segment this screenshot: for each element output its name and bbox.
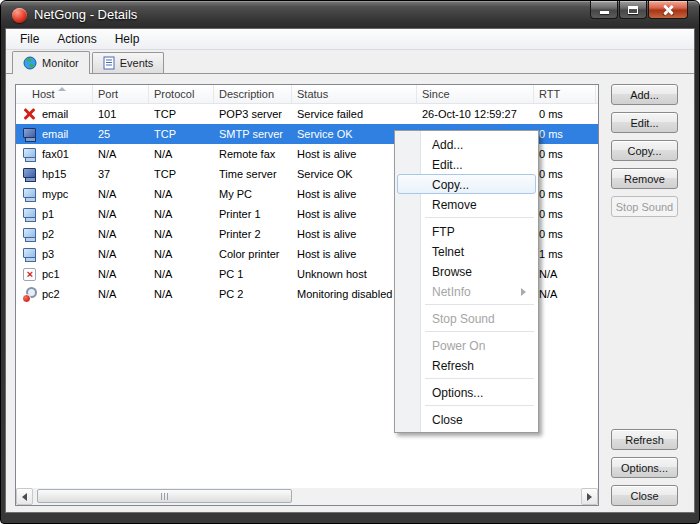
scrollbar-thumb[interactable] — [37, 489, 292, 503]
cell-protocol: N/A — [149, 204, 214, 224]
cell-port: N/A — [93, 284, 149, 304]
window-title: NetGong - Details — [34, 1, 137, 28]
menu-item-close[interactable]: Close — [397, 409, 536, 429]
scroll-left-button[interactable] — [16, 488, 33, 505]
cell-rtt: 0 ms — [534, 144, 596, 164]
cell-host: p3 — [16, 244, 93, 264]
menu-item-telnet[interactable]: Telnet — [397, 241, 536, 261]
cell-protocol: N/A — [149, 144, 214, 164]
cell-rtt: 0 ms — [534, 184, 596, 204]
cell-rtt: 0 ms — [534, 104, 596, 124]
cell-rtt: 0 ms — [534, 224, 596, 244]
cell-rtt: N/A — [534, 264, 596, 284]
tabstrip: Monitor Events — [6, 50, 694, 74]
cell-port: N/A — [93, 204, 149, 224]
menu-file[interactable]: File — [11, 29, 48, 49]
cell-description: Remote fax — [214, 144, 292, 164]
cell-rtt: 0 ms — [534, 164, 596, 184]
host-label: mypc — [42, 184, 68, 204]
column-header-description[interactable]: Description — [214, 85, 292, 103]
remove-button[interactable]: Remove — [611, 168, 678, 189]
menu-item-refresh[interactable]: Refresh — [397, 355, 536, 375]
tab-monitor-label: Monitor — [42, 57, 79, 69]
cell-protocol: N/A — [149, 264, 214, 284]
monitoring-disabled-icon — [22, 287, 37, 301]
close-window-button[interactable] — [648, 1, 688, 19]
options-button[interactable]: Options... — [611, 457, 678, 478]
cell-port: N/A — [93, 144, 149, 164]
tab-monitor[interactable]: Monitor — [12, 51, 90, 74]
client-area: File Actions Help Monitor Events Host Po… — [6, 29, 694, 512]
cell-description: Printer 1 — [214, 204, 292, 224]
cell-host: mypc — [16, 184, 93, 204]
cell-description: Printer 2 — [214, 224, 292, 244]
cell-protocol: TCP — [149, 164, 214, 184]
app-window: NetGong - Details File Actions Help Moni… — [0, 0, 700, 524]
cell-description: PC 2 — [214, 284, 292, 304]
refresh-button[interactable]: Refresh — [611, 429, 678, 450]
edit-button[interactable]: Edit... — [611, 112, 678, 133]
tab-events[interactable]: Events — [92, 52, 165, 73]
netgong-app-icon — [12, 8, 27, 23]
horizontal-scrollbar[interactable] — [16, 488, 598, 505]
network-host-icon — [22, 167, 37, 181]
menu-item-browse[interactable]: Browse — [397, 261, 536, 281]
cell-port: N/A — [93, 224, 149, 244]
menu-item-copy[interactable]: Copy... — [397, 174, 536, 194]
copy-button[interactable]: Copy... — [611, 140, 678, 161]
column-header-status[interactable]: Status — [292, 85, 417, 103]
minimize-button[interactable] — [590, 1, 618, 19]
menu-actions[interactable]: Actions — [48, 29, 105, 49]
cell-host: email — [16, 124, 93, 144]
cell-description: SMTP server — [214, 124, 292, 144]
titlebar[interactable]: NetGong - Details — [1, 1, 699, 29]
minimize-icon — [600, 11, 609, 14]
close-button[interactable]: Close — [611, 485, 678, 506]
cell-protocol: N/A — [149, 284, 214, 304]
computer-icon — [22, 187, 37, 201]
cell-host: hp15 — [16, 164, 93, 184]
cell-protocol: N/A — [149, 224, 214, 244]
submenu-arrow-icon — [521, 288, 526, 296]
cell-port: 101 — [93, 104, 149, 124]
column-header-protocol[interactable]: Protocol — [149, 85, 214, 103]
menu-separator — [425, 331, 534, 332]
menu-separator — [425, 304, 534, 305]
menu-item-edit[interactable]: Edit... — [397, 154, 536, 174]
host-label: email — [42, 104, 68, 124]
scroll-right-button[interactable] — [581, 488, 598, 505]
menu-separator — [425, 378, 534, 379]
column-header-since[interactable]: Since — [417, 85, 534, 103]
menu-item-netinfo: NetInfo — [397, 281, 536, 301]
cell-protocol: N/A — [149, 244, 214, 264]
cell-rtt: 0 ms — [534, 124, 596, 144]
unknown-host-icon — [22, 267, 37, 281]
cell-rtt: 1 ms — [534, 244, 596, 264]
cell-port: N/A — [93, 184, 149, 204]
arrow-left-icon — [22, 493, 27, 501]
column-header-filler — [596, 85, 601, 103]
window-controls — [590, 1, 688, 19]
menu-help[interactable]: Help — [106, 29, 149, 49]
cell-host: pc1 — [16, 264, 93, 284]
computer-icon — [22, 247, 37, 261]
column-header-rtt[interactable]: RTT — [534, 85, 596, 103]
table-row[interactable]: email 101 TCP POP3 server Service failed… — [16, 104, 598, 124]
column-header-port[interactable]: Port — [93, 85, 149, 103]
add-button[interactable]: Add... — [611, 84, 678, 105]
menu-item-add[interactable]: Add... — [397, 134, 536, 154]
menu-item-remove[interactable]: Remove — [397, 194, 536, 214]
cell-host: email — [16, 104, 93, 124]
column-header-host-label: Host — [32, 88, 55, 100]
host-label: fax01 — [42, 144, 69, 164]
close-icon — [663, 5, 673, 15]
cell-rtt: N/A — [534, 284, 596, 304]
menu-item-ftp[interactable]: FTP — [397, 221, 536, 241]
maximize-button[interactable] — [619, 1, 647, 19]
host-label: pc2 — [42, 284, 60, 304]
events-document-icon — [103, 56, 115, 70]
cell-protocol: TCP — [149, 124, 214, 144]
cell-port: 25 — [93, 124, 149, 144]
menu-item-options[interactable]: Options... — [397, 382, 536, 402]
column-header-host[interactable]: Host — [16, 85, 93, 103]
